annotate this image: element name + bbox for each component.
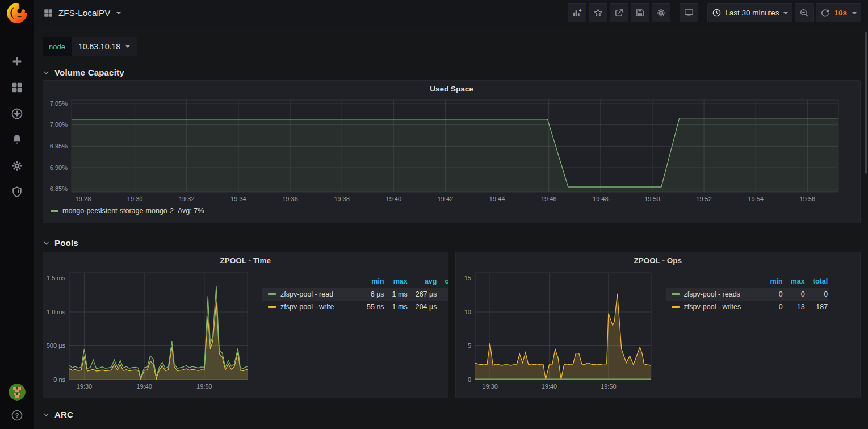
explore-compass-icon[interactable] <box>10 107 24 120</box>
legend-row: zfspv-pool - write55 ns1 ms204 µs135 <box>262 301 448 313</box>
legend-column-header[interactable]: current <box>437 275 448 288</box>
legend-column-header[interactable]: max <box>384 275 408 288</box>
y-tick-label: 5 <box>467 342 471 349</box>
zoom-out-button[interactable] <box>795 3 814 22</box>
tv-monitor-icon <box>684 8 694 18</box>
save-icon <box>635 8 645 18</box>
x-tick-label: 19:52 <box>696 195 712 202</box>
dashboard-settings-button[interactable] <box>652 3 670 22</box>
legend-column-header[interactable]: min <box>762 275 783 288</box>
add-panel-button[interactable] <box>568 3 586 22</box>
series-fill <box>72 118 838 192</box>
legend-name-cell: zfspv-pool - read <box>262 288 359 301</box>
x-tick-label: 19:36 <box>282 195 298 202</box>
save-button[interactable] <box>631 3 649 22</box>
legend-series-name[interactable]: zfspv-pool - write <box>280 303 334 311</box>
y-tick-label: 1.0 ms <box>47 309 66 315</box>
x-tick-label: 19:30 <box>77 383 93 390</box>
legend-column-header[interactable]: min <box>359 275 384 288</box>
legend-header-spacer <box>262 275 359 288</box>
legend-stat-value: 0 <box>783 288 805 301</box>
dashboard-title-menu[interactable]: ZFS-LocalPV <box>43 8 121 18</box>
legend-swatch <box>672 306 680 308</box>
time-range-picker[interactable]: Last 30 minutes <box>707 3 792 22</box>
legend-name-cell: zfspv-pool - reads <box>666 288 762 301</box>
x-tick-label: 19:28 <box>76 195 91 202</box>
legend-name-cell: zfspv-pool - write <box>262 301 359 313</box>
y-tick-label: 7.00% <box>50 121 68 128</box>
panel-zpool-time: ZPOOL - Time 19:3019:4019:500 ns500 µs1.… <box>43 252 448 398</box>
legend-row: zfspv-pool - reads000 <box>666 288 828 301</box>
section-arc[interactable]: ARC <box>43 406 861 422</box>
legend-swatch <box>268 293 276 295</box>
x-tick-label: 19:42 <box>438 195 454 202</box>
legend-column-header[interactable]: max <box>783 275 805 288</box>
cycle-view-button[interactable] <box>680 3 698 22</box>
legend-series-name[interactable]: zfspv-pool - reads <box>684 290 740 298</box>
time-range-label: Last 30 minutes <box>725 9 779 17</box>
clock-icon <box>712 8 722 18</box>
zpool-ops-chart: 19:3019:4019:50051015 <box>456 267 656 394</box>
configuration-gear-icon[interactable] <box>10 159 24 173</box>
star-button[interactable] <box>589 3 607 22</box>
used-space-legend: mongo-persistent-storage-mongo-2 Avg: 7% <box>43 207 860 215</box>
zpool-time-chart: 19:3019:4019:500 ns500 µs1.0 ms1.5 ms <box>43 267 252 394</box>
legend-stat-value: 204 µs <box>408 301 437 313</box>
legend-series-name[interactable]: mongo-persistent-storage-mongo-2 <box>62 207 174 215</box>
share-icon <box>614 8 624 18</box>
legend-header-spacer <box>666 275 762 288</box>
section-volume-capacity[interactable]: Volume Capacity <box>43 64 861 80</box>
legend-stat-value: 0 <box>805 288 828 301</box>
user-avatar[interactable] <box>9 384 26 401</box>
refresh-button[interactable]: 10s <box>816 3 861 22</box>
x-tick-label: 19:40 <box>136 383 152 390</box>
panel-title[interactable]: ZPOOL - Ops <box>456 252 861 267</box>
share-button[interactable] <box>610 3 628 22</box>
refresh-interval-label: 10s <box>834 9 847 17</box>
legend-avg-value: Avg: 7% <box>178 207 204 215</box>
toolbar: Last 30 minutes 10s <box>568 3 861 22</box>
legend-stat-value: 267 µs <box>408 288 437 301</box>
x-tick-label: 19:44 <box>489 195 505 202</box>
variable-label: node <box>43 37 72 56</box>
x-tick-label: 19:38 <box>334 195 350 202</box>
x-tick-label: 19:50 <box>601 383 617 390</box>
star-icon <box>593 8 603 18</box>
y-tick-label: 1.5 ms <box>47 274 66 281</box>
dashboard-title: ZFS-LocalPV <box>58 8 110 18</box>
grafana-logo[interactable] <box>5 1 29 25</box>
alerting-bell-icon[interactable] <box>10 133 24 147</box>
scrollbar-thumb[interactable] <box>865 32 867 174</box>
template-variable-node[interactable]: node 10.63.10.18 <box>43 37 137 56</box>
y-tick-label: 10 <box>464 309 471 315</box>
section-label: ARC <box>54 410 73 419</box>
legend-column-header[interactable]: total <box>805 275 828 288</box>
legend-stat-value: 187 <box>805 301 828 313</box>
legend-table: minmaxavgcurrentzfspv-pool - read6 µs1 m… <box>262 275 448 313</box>
x-tick-label: 19:54 <box>748 195 764 202</box>
x-tick-label: 19:48 <box>593 195 609 202</box>
legend-series-name[interactable]: zfspv-pool - writes <box>684 303 741 311</box>
variable-value: 10.63.10.18 <box>78 42 120 51</box>
section-label: Volume Capacity <box>54 68 124 77</box>
dashboard-icon <box>43 8 53 18</box>
refresh-icon <box>820 8 830 18</box>
legend-stat-value: 6 µs <box>359 288 384 301</box>
section-pools[interactable]: Pools <box>43 235 861 251</box>
submenu-row: node 10.63.10.18 <box>43 37 861 56</box>
y-tick-label: 0 ns <box>53 376 65 383</box>
legend-name-cell: zfspv-pool - writes <box>666 301 762 313</box>
help-question-icon[interactable]: ? <box>10 409 24 422</box>
panel-title[interactable]: Used Space <box>43 81 860 95</box>
chevron-down-icon <box>116 12 121 14</box>
legend-stat-value: 1 ms <box>384 288 408 301</box>
dashboards-grid-icon[interactable] <box>10 81 24 94</box>
panel-title[interactable]: ZPOOL - Time <box>43 252 448 267</box>
legend-column-header[interactable]: avg <box>408 275 437 288</box>
zpool-time-legend-table: minmaxavgcurrentzfspv-pool - read6 µs1 m… <box>252 267 448 394</box>
server-admin-shield-icon[interactable] <box>10 185 24 199</box>
legend-stat-value: 1 ms <box>384 301 408 313</box>
used-space-svg: 19:2819:3019:3219:3419:3619:3819:4019:42… <box>43 95 860 207</box>
legend-series-name[interactable]: zfspv-pool - read <box>280 290 333 298</box>
create-plus-icon[interactable] <box>10 55 24 68</box>
